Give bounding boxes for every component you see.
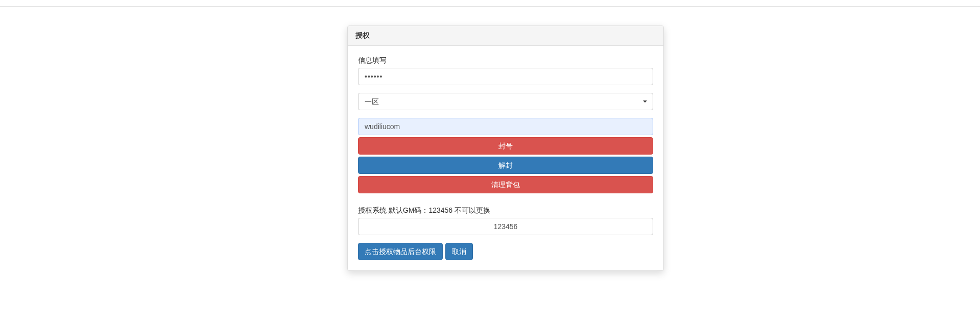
password-input[interactable] <box>358 68 653 85</box>
username-group <box>358 118 653 135</box>
authorization-panel: 授权 信息填写 一区 封号 解封 清理背包 授权系统 默认GM码：123456 … <box>347 26 664 271</box>
ban-button[interactable]: 封号 <box>358 137 653 155</box>
unban-button[interactable]: 解封 <box>358 157 653 174</box>
region-select-wrapper: 一区 <box>358 93 653 110</box>
cancel-button[interactable]: 取消 <box>445 243 473 260</box>
authorize-button[interactable]: 点击授权物品后台权限 <box>358 243 443 260</box>
gm-code-input[interactable] <box>358 218 653 235</box>
footer-buttons: 点击授权物品后台权限 取消 <box>358 243 653 260</box>
panel-title: 授权 <box>355 31 656 40</box>
action-button-stack: 封号 解封 清理背包 <box>358 137 653 193</box>
region-select[interactable]: 一区 <box>358 93 653 110</box>
clear-bag-button[interactable]: 清理背包 <box>358 176 653 193</box>
panel-header: 授权 <box>348 26 663 46</box>
info-group: 信息填写 <box>358 56 653 85</box>
panel-body: 信息填写 一区 封号 解封 清理背包 授权系统 默认GM码：123456 不可以… <box>348 46 663 270</box>
username-input[interactable] <box>358 118 653 135</box>
gm-code-label: 授权系统 默认GM码：123456 不可以更换 <box>358 206 653 215</box>
gm-code-group: 授权系统 默认GM码：123456 不可以更换 <box>358 206 653 235</box>
info-label: 信息填写 <box>358 56 653 65</box>
region-group: 一区 <box>358 93 653 110</box>
top-divider <box>0 6 980 7</box>
